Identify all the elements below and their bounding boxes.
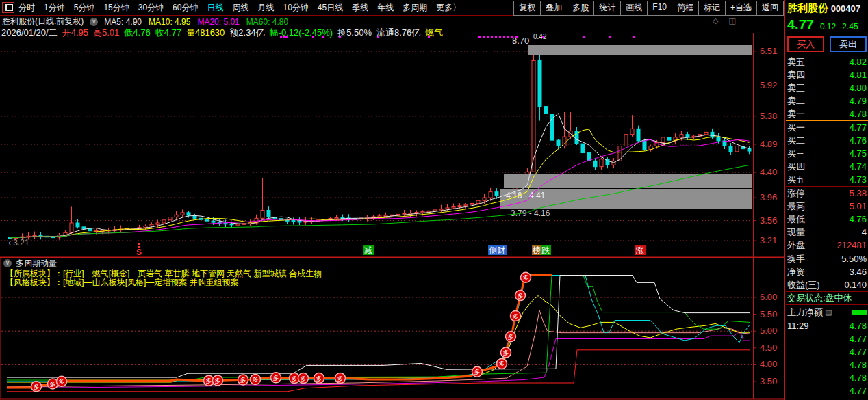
plate-info: 【所属板块】：[行业]—燃气[概念]—页岩气 草甘膦 地下管网 天然气 新型城镇…	[5, 269, 322, 287]
toolbar-period-8[interactable]: 月线	[257, 2, 274, 14]
ask-row-3[interactable]: 卖三4.80	[786, 81, 868, 94]
ask-row-2-value: 4.79	[850, 94, 867, 107]
ask-row-5[interactable]: 卖五4.82	[786, 55, 868, 68]
tick-row-0-value: 4.78	[850, 319, 867, 332]
svg-text:多: 多	[301, 375, 307, 382]
chart-corner-icons[interactable]: ◇ ◫	[713, 16, 740, 25]
candles-layer	[8, 47, 751, 240]
ask-row-5-label: 卖五	[787, 55, 805, 68]
main-axis-label: 5.92	[760, 80, 777, 90]
info-item-10: 燃气	[425, 27, 443, 37]
toolbar-period-14[interactable]: 更多〉	[436, 2, 461, 14]
stat-最低-value: 4.76	[850, 213, 867, 226]
bid-row-5[interactable]: 买五4.73	[786, 173, 868, 186]
toolbar-period-0[interactable]: 分时	[18, 2, 35, 14]
stock-name-row: 胜利股份 000407	[786, 0, 868, 16]
toolbar-action-6[interactable]: 简框	[672, 1, 699, 16]
stat-现量-value: 4	[862, 226, 867, 239]
ma-legend-item-3: MA60: 4.80	[246, 17, 288, 27]
price-change: -0.12	[817, 22, 836, 31]
ask-row-4[interactable]: 卖四4.81	[786, 68, 868, 81]
toolbar-action-9[interactable]: 返回	[756, 1, 784, 16]
toolbar-period-2[interactable]: 5分钟	[74, 2, 95, 14]
toolbar-period-9[interactable]: 10分钟	[283, 2, 308, 14]
trading-status: 交易状态:盘中休	[786, 291, 868, 304]
toolbar-period-5[interactable]: 60分钟	[173, 2, 198, 14]
stat-收益(三): 收益(三)0.140	[786, 278, 868, 291]
svg-text:跌: 跌	[541, 245, 550, 255]
toolbar-action-7[interactable]: 标记	[698, 1, 726, 16]
toolbar-period-12[interactable]: 年线	[377, 2, 394, 14]
tick-row-2: 4.77	[786, 345, 868, 358]
info-item-0: 2026/01/20/二	[1, 27, 58, 37]
toolbar-action-2[interactable]: 多股	[567, 1, 594, 16]
stat-涨停: 涨停5.38	[786, 187, 868, 200]
tick-row-0: 11:294.78	[786, 319, 868, 332]
toolbar-period-13[interactable]: 多周期	[403, 2, 427, 14]
toolbar-action-4[interactable]: 画线	[620, 1, 648, 16]
chart-canvas[interactable]: 8.700.424.16 - 4.413.79 - 4.16‹ 3.21S减侧财…	[0, 0, 868, 400]
last-price: 4.77	[787, 17, 814, 33]
toolbar-action-0[interactable]: 复权	[513, 1, 541, 16]
ohlc-info-row: 2026/01/20/二开4.95高5.01低4.76收4.77量481630额…	[1, 27, 443, 37]
bid-row-2[interactable]: 买二4.76	[786, 134, 868, 147]
sub-axis-label: 6.00	[760, 292, 777, 302]
ma-legend-item-2: MA20: 5.01	[197, 17, 239, 27]
main-axis-label: 4.89	[760, 139, 777, 149]
toolbar-action-5[interactable]: F10	[647, 1, 672, 16]
toolbar-period-7[interactable]: 周线	[232, 2, 248, 14]
tick-row-1-value: 4.77	[850, 332, 867, 345]
bid-row-4-label: 买四	[787, 160, 805, 173]
quote-stats: 涨停5.38最高5.01最低4.76现量4外盘212481换手5.50%净资3.…	[786, 186, 868, 291]
svg-text:多: 多	[253, 376, 259, 383]
ask-row-2[interactable]: 卖二4.79	[786, 94, 868, 107]
toolbar-period-6[interactable]: 日线	[207, 2, 223, 14]
ask-row-3-value: 4.80	[850, 81, 867, 94]
bid-row-3[interactable]: 买三4.75	[786, 147, 868, 160]
stat-外盘-label: 外盘	[787, 239, 805, 252]
svg-text:榜: 榜	[532, 245, 541, 255]
chart-title: 胜利股份(日线.前复权)	[2, 16, 84, 27]
svg-text:多: 多	[292, 375, 298, 382]
svg-text:涨: 涨	[635, 245, 644, 255]
toolbar-period-1[interactable]: 1分钟	[44, 2, 65, 14]
tick-row-1: 4.77	[786, 332, 868, 345]
bid-row-1[interactable]: 买一4.77	[786, 121, 868, 134]
toolbar-period-11[interactable]: 季线	[352, 2, 368, 14]
tick-list: 11:294.784.774.774.784.784.77	[786, 319, 868, 397]
svg-text:多: 多	[337, 375, 344, 382]
price-band-0	[528, 45, 752, 55]
svg-text:多: 多	[50, 381, 56, 388]
svg-text:多: 多	[215, 377, 221, 384]
plate-line-style: 【风格板块】：[地域]—山东板块[风格]—定增预案 并购重组预案	[5, 278, 322, 287]
stat-净资: 净资3.46	[786, 265, 868, 278]
ask-row-1[interactable]: 卖一4.78	[786, 107, 868, 120]
chevron-down-icon[interactable]: ∨	[90, 18, 98, 26]
buy-button[interactable]: 买入	[787, 36, 824, 52]
chevron-down-icon[interactable]: ∨	[3, 259, 12, 267]
toolbar-period-10[interactable]: 45日线	[318, 2, 343, 14]
info-item-9: 流通8.76亿	[376, 27, 420, 37]
bid-row-4[interactable]: 买四4.74	[786, 160, 868, 173]
sub-axis-label: 4.00	[760, 359, 777, 369]
window-layout-icon[interactable]	[2, 2, 14, 13]
svg-text:多: 多	[513, 313, 519, 320]
toolbar-period-3[interactable]: 15分钟	[103, 2, 129, 14]
bid-row-5-value: 4.73	[850, 173, 867, 186]
chart-legend-row: 胜利股份(日线.前复权) ∨ MA5: 4.90MA10: 4.95MA20: …	[2, 16, 782, 27]
stat-净资-value: 3.46	[850, 265, 867, 278]
bid-row-1-label: 买一	[787, 121, 805, 134]
ask-row-1-value: 4.78	[850, 107, 867, 120]
bid-row-5-label: 买五	[787, 173, 805, 186]
toolbar-action-8[interactable]: +自选	[725, 1, 757, 16]
main-net-flow-row: 主力净额 ▤	[786, 304, 868, 319]
toolbar-action-3[interactable]: 统计	[593, 1, 621, 16]
toolbar-actions: 复权叠加多股统计画线F10简框标记+自选返回	[514, 1, 784, 16]
sell-button[interactable]: 卖出	[830, 36, 867, 52]
toolbar-action-1[interactable]: 叠加	[540, 1, 567, 16]
list-icon[interactable]: ▤	[825, 305, 832, 319]
svg-text:多: 多	[508, 334, 514, 341]
toolbar-period-4[interactable]: 30分钟	[138, 2, 164, 14]
main-axis-label: 3.21	[760, 235, 777, 245]
ask-row-4-value: 4.81	[850, 68, 867, 81]
